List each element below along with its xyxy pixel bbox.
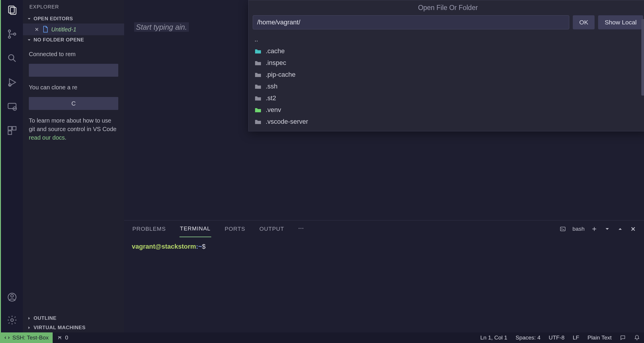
open-editor-item[interactable]: Untitled-1 — [23, 24, 124, 35]
svg-point-23 — [59, 337, 60, 338]
status-bar: SSH: Test-Box 0 Ln 1, Col 1 Spaces: 4 UT… — [0, 332, 644, 343]
clone-text: You can clone a re — [29, 83, 118, 92]
open-editors-header[interactable]: OPEN EDITORS — [23, 14, 124, 24]
open-editors-label: OPEN EDITORS — [34, 16, 73, 22]
svg-rect-10 — [12, 127, 16, 130]
file-list-item[interactable]: .vscode-server — [249, 116, 644, 128]
file-list-item[interactable]: .st2 — [249, 92, 644, 104]
explorer-sidebar: EXPLORER OPEN EDITORS Untitled-1 NO FOLD… — [23, 0, 124, 332]
svg-point-13 — [11, 295, 13, 297]
tab-output[interactable]: OUTPUT — [259, 221, 285, 237]
file-list-item-name: .ssh — [266, 83, 277, 90]
file-list-item-name: .pip-cache — [266, 71, 296, 78]
no-folder-header[interactable]: NO FOLDER OPENE — [23, 35, 124, 45]
folder-icon — [254, 83, 262, 89]
file-list-item[interactable]: .venv — [249, 104, 644, 116]
vm-label: VIRTUAL MACHINES — [34, 325, 86, 331]
svg-rect-22 — [560, 227, 565, 231]
editor-area: Start typing ain. PROBLEMS TERMINAL PORT… — [124, 0, 644, 332]
terminal-dropdown-icon[interactable] — [604, 226, 610, 232]
terminal-profile-icon — [560, 226, 566, 232]
panel-overflow-icon[interactable] — [298, 225, 304, 233]
clone-repo-button[interactable]: C — [29, 97, 118, 110]
file-list-item-name: .. — [254, 36, 258, 43]
svg-point-20 — [300, 228, 301, 229]
indentation-status[interactable]: Spaces: 4 — [511, 334, 545, 341]
terminal-body[interactable]: vagrant@stackstorm:~$ — [124, 237, 644, 332]
svg-point-4 — [14, 33, 16, 35]
sidebar-title: EXPLORER — [23, 0, 124, 14]
tab-terminal[interactable]: TERMINAL — [179, 221, 211, 237]
editor-hint: Start typing ain. — [134, 22, 189, 32]
new-terminal-icon[interactable] — [591, 226, 598, 232]
path-input[interactable] — [253, 15, 569, 29]
notifications-icon[interactable] — [630, 335, 644, 341]
run-debug-icon[interactable] — [6, 76, 18, 88]
remote-icon — [4, 335, 10, 341]
terminal-user: vagrant@stackstorm — [132, 243, 196, 250]
close-panel-icon[interactable] — [630, 226, 636, 232]
svg-point-2 — [8, 30, 10, 32]
learn-more-text: To learn more about how to use git and s… — [29, 116, 118, 142]
remote-indicator[interactable]: SSH: Test-Box — [0, 332, 53, 343]
file-list-item-name: .vscode-server — [266, 118, 308, 126]
accounts-icon[interactable] — [6, 291, 18, 303]
file-list: ...cache.inspec.pip-cache.ssh.st2.venv.v… — [249, 32, 644, 131]
svg-point-19 — [299, 228, 299, 229]
read-docs-link[interactable]: read our docs — [29, 134, 65, 141]
chevron-right-icon — [26, 316, 32, 321]
folder-icon — [254, 95, 262, 101]
outline-header[interactable]: OUTLINE — [23, 314, 124, 323]
file-list-item-name: .inspec — [266, 59, 286, 67]
folder-icon — [254, 60, 262, 66]
encoding-status[interactable]: UTF-8 — [545, 334, 569, 341]
tab-ports[interactable]: PORTS — [224, 221, 246, 237]
open-folder-button[interactable] — [29, 64, 118, 77]
search-icon[interactable] — [6, 52, 18, 64]
show-local-button[interactable]: Show Local — [598, 15, 643, 29]
file-list-item[interactable]: .ssh — [249, 81, 644, 92]
source-control-icon[interactable] — [6, 28, 18, 40]
file-list-item[interactable]: .pip-cache — [249, 69, 644, 81]
dialog-scrollbar[interactable] — [641, 19, 644, 96]
explorer-icon[interactable] — [6, 4, 18, 16]
remote-explorer-icon[interactable] — [6, 101, 18, 112]
cursor-position[interactable]: Ln 1, Col 1 — [476, 334, 512, 341]
svg-rect-11 — [8, 131, 11, 135]
terminal-name[interactable]: bash — [573, 226, 585, 232]
bottom-panel: PROBLEMS TERMINAL PORTS OUTPUT bash vagr… — [124, 220, 644, 332]
file-list-item[interactable]: .cache — [249, 45, 644, 57]
file-list-item-name: .cache — [266, 47, 285, 55]
ok-button[interactable]: OK — [573, 15, 595, 29]
outline-label: OUTLINE — [34, 315, 56, 321]
file-list-item[interactable]: .inspec — [249, 57, 644, 69]
close-icon[interactable] — [34, 27, 39, 32]
chevron-down-icon — [26, 37, 32, 43]
feedback-icon[interactable] — [616, 335, 630, 341]
file-list-item[interactable]: .. — [249, 34, 644, 45]
tab-problems[interactable]: PROBLEMS — [132, 221, 167, 237]
svg-rect-7 — [8, 103, 16, 109]
svg-rect-9 — [8, 127, 11, 130]
svg-point-3 — [8, 36, 10, 38]
file-icon — [42, 26, 48, 33]
settings-gear-icon[interactable] — [6, 314, 18, 326]
connected-text: Connected to rem — [29, 50, 118, 58]
dialog-title: Open File Or Folder — [249, 0, 644, 15]
virtual-machines-header[interactable]: VIRTUAL MACHINES — [23, 323, 124, 332]
terminal-path: :~ — [196, 243, 202, 250]
language-mode[interactable]: Plain Text — [583, 334, 616, 341]
ports-status[interactable]: 0 — [53, 334, 72, 341]
chevron-down-icon — [26, 16, 32, 21]
svg-point-14 — [11, 319, 13, 322]
maximize-panel-icon[interactable] — [617, 226, 623, 232]
folder-icon — [254, 119, 262, 125]
chevron-right-icon — [26, 325, 32, 330]
no-folder-label: NO FOLDER OPENE — [34, 37, 84, 43]
eol-status[interactable]: LF — [569, 334, 583, 341]
extensions-icon[interactable] — [6, 125, 18, 136]
terminal-prompt-symbol: $ — [202, 243, 206, 250]
file-list-item-name: .st2 — [266, 94, 276, 102]
folder-icon — [254, 72, 262, 78]
open-file-dialog: Open File Or Folder OK Show Local ...cac… — [248, 0, 644, 131]
